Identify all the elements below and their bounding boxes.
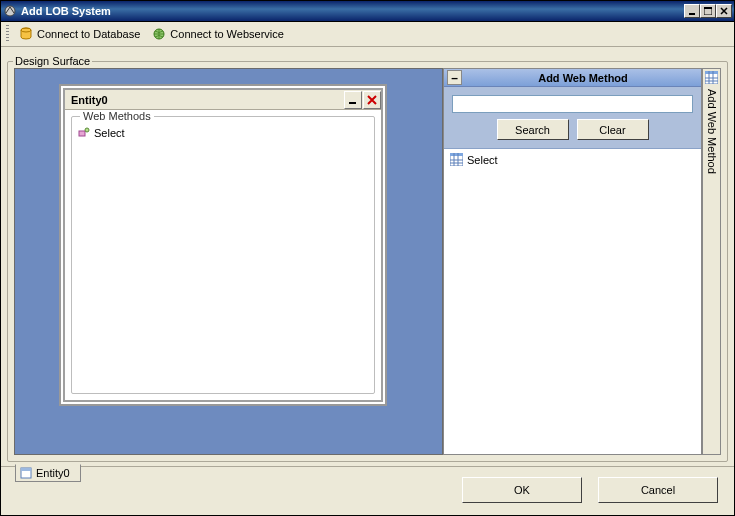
dialog-buttons: OK Cancel (1, 466, 734, 515)
svg-rect-13 (450, 153, 463, 156)
connect-webservice-label: Connect to Webservice (170, 28, 284, 40)
tab-label: Entity0 (36, 467, 70, 479)
toolbar: Connect to Database Connect to Webservic… (1, 22, 734, 47)
result-item[interactable]: Select (444, 152, 701, 167)
svg-rect-7 (349, 102, 356, 104)
maximize-button[interactable] (700, 4, 716, 18)
window-title: Add LOB System (21, 5, 684, 17)
collapse-button[interactable]: – (447, 70, 462, 85)
close-button[interactable] (716, 4, 732, 18)
entity-close-button[interactable] (363, 91, 381, 109)
svg-point-9 (85, 128, 89, 132)
minimize-button[interactable] (684, 4, 700, 18)
connect-webservice-button[interactable]: Connect to Webservice (148, 25, 288, 43)
titlebar[interactable]: Add LOB System (1, 1, 734, 22)
connect-database-label: Connect to Database (37, 28, 140, 40)
right-panel-titlebar[interactable]: – Add Web Method (444, 69, 701, 87)
table-icon (705, 71, 719, 85)
right-panel: – Add Web Method Search Clear (443, 68, 721, 455)
connect-database-button[interactable]: Connect to Database (15, 25, 144, 43)
database-icon (19, 27, 33, 41)
search-bar: Search Clear (444, 87, 701, 149)
cancel-button[interactable]: Cancel (598, 477, 718, 503)
app-icon (3, 4, 17, 18)
entity-window[interactable]: Entity0 Web Methods (59, 84, 387, 406)
side-tab-add-web-method[interactable]: Add Web Method (702, 68, 721, 455)
web-method-item-label: Select (94, 127, 125, 139)
table-icon (450, 153, 463, 166)
entity-tab-icon (20, 467, 32, 479)
design-surface-label: Design Surface (13, 55, 92, 67)
toolbar-grip[interactable] (6, 25, 9, 43)
svg-rect-19 (705, 71, 718, 74)
result-item-label: Select (467, 154, 498, 166)
method-icon (78, 127, 90, 139)
design-surface[interactable]: Entity0 Web Methods (14, 68, 443, 455)
content-area: Design Surface Entity0 (1, 47, 734, 466)
svg-rect-3 (704, 7, 712, 9)
webservice-icon (152, 27, 166, 41)
svg-rect-8 (79, 131, 85, 136)
web-methods-label: Web Methods (80, 110, 154, 122)
dialog-window: Add LOB System Connect to Database Conne… (0, 0, 735, 516)
right-panel-title: Add Web Method (465, 72, 701, 84)
ok-button[interactable]: OK (462, 477, 582, 503)
web-methods-group: Web Methods Select (71, 116, 375, 394)
tab-entity0[interactable]: Entity0 (15, 464, 81, 482)
entity-body: Web Methods Select (65, 110, 381, 400)
results-list[interactable]: Select (444, 149, 701, 454)
entity-title: Entity0 (71, 94, 343, 106)
search-button[interactable]: Search (497, 119, 569, 140)
main-split: Entity0 Web Methods (7, 61, 728, 462)
side-tab-label: Add Web Method (706, 89, 718, 174)
svg-rect-1 (689, 13, 695, 15)
entity-titlebar[interactable]: Entity0 (65, 90, 381, 110)
web-method-item[interactable]: Select (72, 125, 374, 141)
clear-button[interactable]: Clear (577, 119, 649, 140)
entity-minimize-button[interactable] (344, 91, 362, 109)
entity-tabs: Entity0 (15, 458, 81, 482)
svg-rect-11 (21, 468, 31, 471)
search-input[interactable] (452, 95, 693, 113)
